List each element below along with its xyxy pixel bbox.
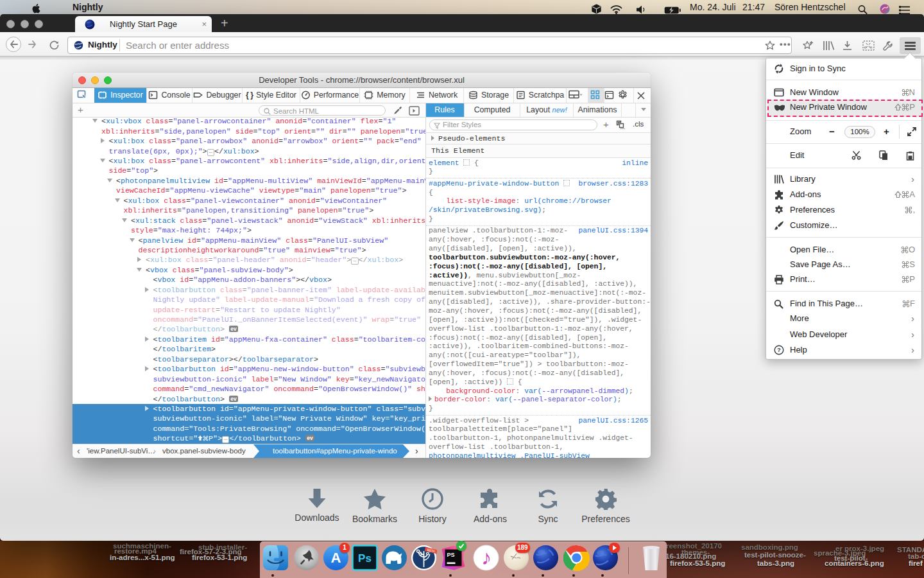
svg-text:PS: PS <box>447 552 454 558</box>
svg-text:Ps: Ps <box>358 552 372 565</box>
svg-text:♪: ♪ <box>481 546 492 569</box>
svg-text:?: ? <box>777 346 781 353</box>
svg-text:A: A <box>330 550 341 566</box>
